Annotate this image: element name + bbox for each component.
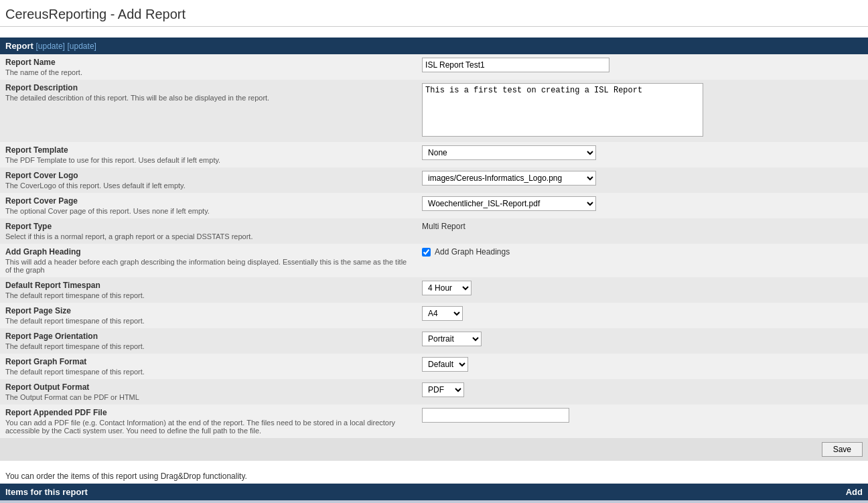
default-timespan-select[interactable]: 4 Hour 1 Hour 8 Hour 12 Hour 1 Day 1 Wee… <box>422 281 472 295</box>
report-page-size-desc: The default report timespane of this rep… <box>5 317 411 325</box>
report-desc-desc: The detailed describtion of this report.… <box>5 94 411 102</box>
report-graph-format-desc: The default report timespane of this rep… <box>5 368 411 376</box>
add-graph-heading-desc: This will add a header before each graph… <box>5 258 411 274</box>
save-row: Save <box>0 438 868 461</box>
report-appended-pdf-desc: You can add a PDF file (e.g. Contact Inf… <box>5 419 411 435</box>
report-page-orientation-select[interactable]: Portrait Landscape <box>422 332 482 346</box>
add-graph-heading-label: Add Graph Heading <box>5 247 411 257</box>
page-title: CereusReporting - Add Report <box>0 0 868 26</box>
report-template-desc: The PDF Template to use for this report.… <box>5 156 411 164</box>
report-graph-format-select[interactable]: Default PNG SVG <box>422 357 468 372</box>
report-template-select[interactable]: None <box>422 145 596 160</box>
items-table: Id Type Description 5graphD100BPS9703 [ … <box>0 500 868 503</box>
add-graph-heading-checkbox-label: Add Graph Headings <box>435 247 510 257</box>
add-item-label[interactable]: Add <box>846 487 863 497</box>
save-button[interactable]: Save <box>822 442 863 457</box>
report-template-label: Report Template <box>5 145 411 155</box>
items-header-title: Items for this report <box>5 487 88 497</box>
report-cover-page-desc: The optional Cover page of this report. … <box>5 207 411 215</box>
report-page-orientation-desc: The default report timespane of this rep… <box>5 342 411 350</box>
report-type-label: Report Type <box>5 222 411 231</box>
report-name-desc: The name of the report. <box>5 68 411 76</box>
default-timespan-label: Default Report Timespan <box>5 281 411 290</box>
report-name-label: Report Name <box>5 58 411 67</box>
report-output-format-label: Report Output Format <box>5 382 411 392</box>
drag-drop-note: You can order the items of this report u… <box>0 466 868 484</box>
report-cover-page-label: Report Cover Page <box>5 196 411 206</box>
default-timespan-desc: The default report timespane of this rep… <box>5 291 411 299</box>
report-desc-label: Report Description <box>5 83 411 92</box>
report-cover-logo-select[interactable]: images/Cereus-Informatics_Logo.png <box>422 171 596 186</box>
items-section-header: Items for this report Add <box>0 484 868 500</box>
report-section-header: Report [update] [update] <box>0 38 868 54</box>
col-header-description: Description <box>117 500 848 503</box>
report-cover-logo-label: Report Cover Logo <box>5 171 411 180</box>
report-page-size-select[interactable]: A4 A3 Letter Legal <box>422 306 463 321</box>
report-name-input[interactable] <box>422 58 609 72</box>
report-page-size-label: Report Page Size <box>5 306 411 315</box>
report-cover-page-select[interactable]: Woechentlicher_ISL-Report.pdf <box>422 196 596 211</box>
report-appended-pdf-input[interactable] <box>422 408 569 423</box>
report-output-format-desc: The Output Format can be PDF or HTML <box>5 393 411 401</box>
add-graph-heading-checkbox[interactable] <box>422 248 431 257</box>
report-form: Report Name The name of the report. Repo… <box>0 54 868 438</box>
report-type-desc: Select if this is a normal report, a gra… <box>5 232 411 240</box>
col-header-id: Id <box>0 500 43 503</box>
report-output-format-select[interactable]: PDF HTML <box>422 382 464 397</box>
report-appended-pdf-label: Report Appended PDF File <box>5 408 411 417</box>
col-header-type: Type <box>43 500 118 503</box>
report-desc-textarea[interactable] <box>422 83 703 137</box>
report-type-value: Multi Report <box>422 222 465 231</box>
report-cover-logo-desc: The CoverLogo of this report. Uses defau… <box>5 182 411 190</box>
report-graph-format-label: Report Graph Format <box>5 357 411 366</box>
report-page-orientation-label: Report Page Orientation <box>5 332 411 341</box>
